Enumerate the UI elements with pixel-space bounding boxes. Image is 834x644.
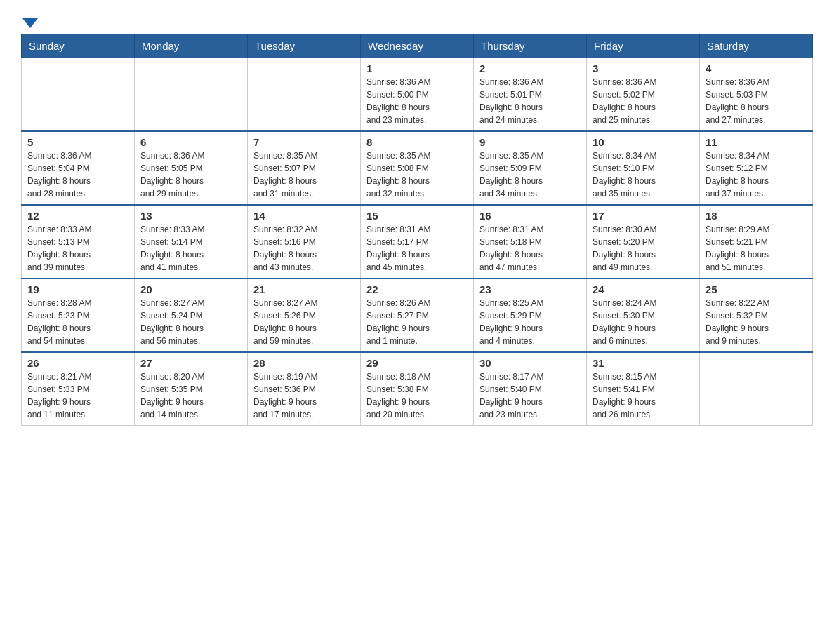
calendar-table: SundayMondayTuesdayWednesdayThursdayFrid… bbox=[21, 34, 813, 426]
day-info: Sunrise: 8:33 AM Sunset: 5:13 PM Dayligh… bbox=[27, 223, 128, 274]
calendar-cell: 16Sunrise: 8:31 AM Sunset: 5:18 PM Dayli… bbox=[474, 205, 587, 279]
day-info: Sunrise: 8:18 AM Sunset: 5:38 PM Dayligh… bbox=[366, 370, 468, 421]
day-info: Sunrise: 8:27 AM Sunset: 5:24 PM Dayligh… bbox=[140, 297, 241, 347]
day-number: 9 bbox=[479, 136, 581, 148]
calendar-cell: 17Sunrise: 8:30 AM Sunset: 5:20 PM Dayli… bbox=[587, 205, 700, 279]
calendar-cell: 30Sunrise: 8:17 AM Sunset: 5:40 PM Dayli… bbox=[474, 352, 587, 426]
calendar-cell: 3Sunrise: 8:36 AM Sunset: 5:02 PM Daylig… bbox=[587, 58, 700, 132]
day-info: Sunrise: 8:36 AM Sunset: 5:03 PM Dayligh… bbox=[706, 76, 807, 126]
weekday-header-wednesday: Wednesday bbox=[361, 34, 474, 58]
weekday-header-saturday: Saturday bbox=[700, 34, 813, 58]
day-info: Sunrise: 8:27 AM Sunset: 5:26 PM Dayligh… bbox=[253, 297, 355, 347]
calendar-cell: 1Sunrise: 8:36 AM Sunset: 5:00 PM Daylig… bbox=[361, 58, 474, 132]
day-info: Sunrise: 8:30 AM Sunset: 5:20 PM Dayligh… bbox=[593, 223, 694, 274]
calendar-cell: 27Sunrise: 8:20 AM Sunset: 5:35 PM Dayli… bbox=[135, 352, 248, 426]
day-info: Sunrise: 8:20 AM Sunset: 5:35 PM Dayligh… bbox=[140, 370, 241, 421]
day-number: 5 bbox=[27, 136, 128, 148]
day-number: 24 bbox=[593, 283, 694, 295]
day-number: 22 bbox=[366, 283, 468, 295]
calendar-cell: 18Sunrise: 8:29 AM Sunset: 5:21 PM Dayli… bbox=[700, 205, 813, 279]
day-number: 4 bbox=[706, 62, 807, 74]
calendar-cell: 15Sunrise: 8:31 AM Sunset: 5:17 PM Dayli… bbox=[361, 205, 474, 279]
day-number: 12 bbox=[27, 210, 128, 222]
calendar-cell: 20Sunrise: 8:27 AM Sunset: 5:24 PM Dayli… bbox=[135, 279, 248, 352]
calendar-cell bbox=[700, 352, 813, 426]
day-info: Sunrise: 8:36 AM Sunset: 5:02 PM Dayligh… bbox=[593, 76, 694, 126]
calendar-cell: 29Sunrise: 8:18 AM Sunset: 5:38 PM Dayli… bbox=[361, 352, 474, 426]
calendar-cell: 31Sunrise: 8:15 AM Sunset: 5:41 PM Dayli… bbox=[587, 352, 700, 426]
weekday-header-monday: Monday bbox=[135, 34, 248, 58]
day-info: Sunrise: 8:17 AM Sunset: 5:40 PM Dayligh… bbox=[479, 370, 581, 421]
calendar-cell: 8Sunrise: 8:35 AM Sunset: 5:08 PM Daylig… bbox=[361, 131, 474, 205]
calendar-cell: 22Sunrise: 8:26 AM Sunset: 5:27 PM Dayli… bbox=[361, 279, 474, 352]
day-info: Sunrise: 8:33 AM Sunset: 5:14 PM Dayligh… bbox=[140, 223, 241, 274]
day-number: 31 bbox=[593, 357, 694, 369]
day-number: 17 bbox=[593, 210, 694, 222]
calendar-header: SundayMondayTuesdayWednesdayThursdayFrid… bbox=[22, 34, 813, 58]
calendar-week-5: 26Sunrise: 8:21 AM Sunset: 5:33 PM Dayli… bbox=[22, 352, 813, 426]
weekday-header-friday: Friday bbox=[587, 34, 700, 58]
day-number: 25 bbox=[706, 283, 807, 295]
day-number: 27 bbox=[140, 357, 241, 369]
day-number: 20 bbox=[140, 283, 241, 295]
day-info: Sunrise: 8:26 AM Sunset: 5:27 PM Dayligh… bbox=[366, 297, 468, 347]
calendar-week-4: 19Sunrise: 8:28 AM Sunset: 5:23 PM Dayli… bbox=[22, 279, 813, 352]
day-number: 28 bbox=[253, 357, 355, 369]
calendar-week-3: 12Sunrise: 8:33 AM Sunset: 5:13 PM Dayli… bbox=[22, 205, 813, 279]
day-number: 8 bbox=[366, 136, 468, 148]
calendar-cell bbox=[248, 58, 361, 132]
day-info: Sunrise: 8:35 AM Sunset: 5:07 PM Dayligh… bbox=[253, 149, 355, 200]
day-number: 19 bbox=[27, 283, 128, 295]
day-info: Sunrise: 8:34 AM Sunset: 5:10 PM Dayligh… bbox=[593, 149, 694, 200]
day-number: 26 bbox=[27, 357, 128, 369]
calendar-cell: 19Sunrise: 8:28 AM Sunset: 5:23 PM Dayli… bbox=[22, 279, 135, 352]
calendar-cell: 6Sunrise: 8:36 AM Sunset: 5:05 PM Daylig… bbox=[135, 131, 248, 205]
calendar-cell: 13Sunrise: 8:33 AM Sunset: 5:14 PM Dayli… bbox=[135, 205, 248, 279]
day-info: Sunrise: 8:21 AM Sunset: 5:33 PM Dayligh… bbox=[27, 370, 128, 421]
calendar-cell: 26Sunrise: 8:21 AM Sunset: 5:33 PM Dayli… bbox=[22, 352, 135, 426]
day-info: Sunrise: 8:31 AM Sunset: 5:18 PM Dayligh… bbox=[479, 223, 581, 274]
day-number: 13 bbox=[140, 210, 241, 222]
day-info: Sunrise: 8:35 AM Sunset: 5:09 PM Dayligh… bbox=[479, 149, 581, 200]
day-info: Sunrise: 8:19 AM Sunset: 5:36 PM Dayligh… bbox=[253, 370, 355, 421]
day-info: Sunrise: 8:36 AM Sunset: 5:04 PM Dayligh… bbox=[27, 149, 128, 200]
weekday-header-sunday: Sunday bbox=[22, 34, 135, 58]
weekday-header-row: SundayMondayTuesdayWednesdayThursdayFrid… bbox=[22, 34, 813, 58]
calendar-week-1: 1Sunrise: 8:36 AM Sunset: 5:00 PM Daylig… bbox=[22, 58, 813, 132]
day-info: Sunrise: 8:25 AM Sunset: 5:29 PM Dayligh… bbox=[479, 297, 581, 347]
day-number: 6 bbox=[140, 136, 241, 148]
calendar-body: 1Sunrise: 8:36 AM Sunset: 5:00 PM Daylig… bbox=[22, 58, 813, 426]
logo-triangle-icon bbox=[22, 15, 38, 31]
calendar-cell: 7Sunrise: 8:35 AM Sunset: 5:07 PM Daylig… bbox=[248, 131, 361, 205]
day-info: Sunrise: 8:29 AM Sunset: 5:21 PM Dayligh… bbox=[706, 223, 807, 274]
calendar-cell: 9Sunrise: 8:35 AM Sunset: 5:09 PM Daylig… bbox=[474, 131, 587, 205]
calendar-cell: 5Sunrise: 8:36 AM Sunset: 5:04 PM Daylig… bbox=[22, 131, 135, 205]
day-info: Sunrise: 8:34 AM Sunset: 5:12 PM Dayligh… bbox=[706, 149, 807, 200]
day-number: 15 bbox=[366, 210, 468, 222]
calendar-cell: 25Sunrise: 8:22 AM Sunset: 5:32 PM Dayli… bbox=[700, 279, 813, 352]
calendar-cell bbox=[135, 58, 248, 132]
day-number: 18 bbox=[706, 210, 807, 222]
day-info: Sunrise: 8:22 AM Sunset: 5:32 PM Dayligh… bbox=[706, 297, 807, 347]
day-number: 14 bbox=[253, 210, 355, 222]
calendar-week-2: 5Sunrise: 8:36 AM Sunset: 5:04 PM Daylig… bbox=[22, 131, 813, 205]
day-number: 10 bbox=[593, 136, 694, 148]
day-number: 30 bbox=[479, 357, 581, 369]
calendar-cell: 28Sunrise: 8:19 AM Sunset: 5:36 PM Dayli… bbox=[248, 352, 361, 426]
calendar-cell: 4Sunrise: 8:36 AM Sunset: 5:03 PM Daylig… bbox=[700, 58, 813, 132]
calendar-cell: 2Sunrise: 8:36 AM Sunset: 5:01 PM Daylig… bbox=[474, 58, 587, 132]
day-info: Sunrise: 8:31 AM Sunset: 5:17 PM Dayligh… bbox=[366, 223, 468, 274]
logo bbox=[21, 14, 38, 27]
page-header bbox=[21, 14, 813, 27]
day-number: 29 bbox=[366, 357, 468, 369]
calendar-cell: 21Sunrise: 8:27 AM Sunset: 5:26 PM Dayli… bbox=[248, 279, 361, 352]
day-info: Sunrise: 8:36 AM Sunset: 5:00 PM Dayligh… bbox=[366, 76, 468, 126]
day-info: Sunrise: 8:36 AM Sunset: 5:05 PM Dayligh… bbox=[140, 149, 241, 200]
day-info: Sunrise: 8:28 AM Sunset: 5:23 PM Dayligh… bbox=[27, 297, 128, 347]
day-number: 16 bbox=[479, 210, 581, 222]
calendar-cell: 10Sunrise: 8:34 AM Sunset: 5:10 PM Dayli… bbox=[587, 131, 700, 205]
day-number: 7 bbox=[253, 136, 355, 148]
day-number: 23 bbox=[479, 283, 581, 295]
calendar-cell: 23Sunrise: 8:25 AM Sunset: 5:29 PM Dayli… bbox=[474, 279, 587, 352]
day-info: Sunrise: 8:35 AM Sunset: 5:08 PM Dayligh… bbox=[366, 149, 468, 200]
